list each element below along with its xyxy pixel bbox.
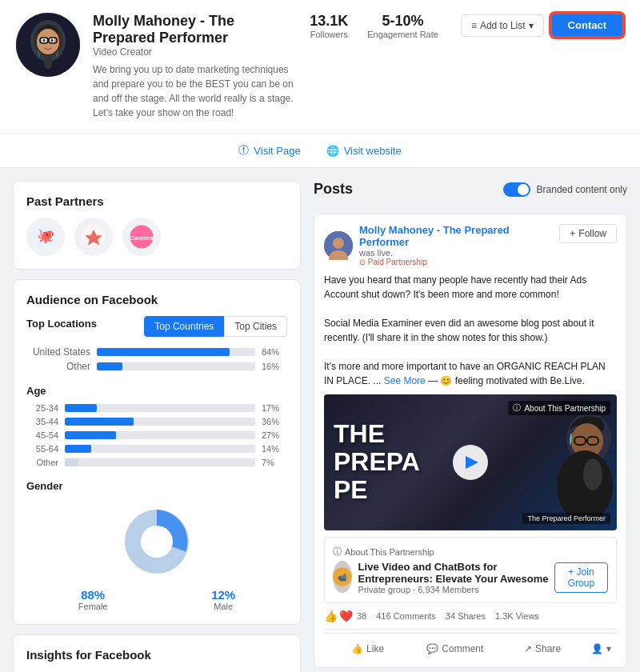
- group-avatar: 📹: [333, 561, 352, 593]
- post-1-status: was live.: [359, 248, 559, 258]
- svg-text:🐙: 🐙: [37, 227, 55, 245]
- age-row-other: Other 7%: [26, 458, 287, 467]
- post-1-text: Have you heard that many people have rec…: [324, 273, 617, 388]
- nav-bar: ⓕ Visit Page 🌐 Visit website: [0, 134, 640, 168]
- profile-dropdown[interactable]: 👤 ▾: [586, 640, 617, 658]
- insights-title: Insights for Facebook: [26, 648, 287, 662]
- audience-title: Audience on Facebook: [26, 293, 287, 306]
- partner-logo-2: [74, 218, 113, 256]
- svg-point-11: [44, 56, 52, 69]
- age-label-25: 25-34: [26, 403, 58, 413]
- svg-point-19: [141, 526, 173, 558]
- globe-icon: 🌐: [326, 145, 339, 157]
- gender-title: Gender: [26, 480, 287, 492]
- age-row-25: 25-34 17%: [26, 403, 287, 413]
- age-label-55: 55-64: [26, 444, 58, 454]
- male-label: Male: [211, 602, 235, 611]
- image-text: THE PREPA PE: [334, 420, 420, 505]
- visit-page-link[interactable]: ⓕ Visit Page: [238, 143, 300, 158]
- other-label: Other: [26, 361, 90, 372]
- age-fill-55: [65, 445, 91, 453]
- followers-stat: 13.1K Followers: [310, 13, 348, 39]
- branded-label: Branded content only: [537, 184, 627, 195]
- male-stat: 12% Male: [211, 588, 235, 611]
- shares-count: 34 Shares: [446, 611, 486, 621]
- toggle-switch[interactable]: [503, 182, 530, 197]
- share-button[interactable]: ↗ Share: [498, 640, 586, 658]
- play-icon: [466, 456, 478, 469]
- like-icon: 👍: [351, 643, 363, 654]
- header-actions: ≡ Add to List ▾ Contact: [461, 13, 624, 38]
- list-icon: ≡: [471, 20, 477, 31]
- age-fill-35: [65, 418, 134, 426]
- main-content: Past Partners 🐙: [0, 168, 640, 672]
- svg-text:📹: 📹: [338, 573, 347, 582]
- post-1-author: Molly Mahoney - The Prepared Performer w…: [324, 224, 559, 266]
- group-info: 📹 Live Video and ChatBots for Entreprene…: [333, 561, 554, 594]
- bar-row-usa: United States 84%: [26, 346, 287, 358]
- followers-value: 13.1K: [310, 13, 348, 30]
- visit-website-link[interactable]: 🌐 Visit website: [326, 143, 402, 158]
- engagement-stat: 5-10% Engagement Rate: [367, 13, 438, 39]
- age-track-35: [65, 418, 255, 426]
- info-icon-2: ⓘ: [333, 546, 342, 558]
- age-row-45: 45-54 27%: [26, 430, 287, 440]
- age-track-25: [65, 404, 255, 412]
- tab-countries-button[interactable]: Top Countries: [144, 316, 224, 337]
- right-panel: Posts Branded content only: [314, 181, 627, 672]
- follow-label: Follow: [578, 228, 606, 239]
- person-icon: +: [570, 228, 575, 239]
- age-pct-25: 17%: [262, 403, 287, 413]
- post-1-image: THE PREPA PE: [324, 394, 617, 530]
- branded-toggle[interactable]: Branded content only: [503, 182, 627, 197]
- play-button[interactable]: [453, 445, 488, 480]
- add-to-list-button[interactable]: ≡ Add to List ▾: [461, 14, 544, 37]
- post-1-author-name[interactable]: Molly Mahoney - The Prepared Performer: [359, 224, 559, 248]
- like-label: Like: [366, 643, 384, 654]
- top-locations-label: Top Locations: [26, 318, 97, 330]
- usa-track: [97, 348, 255, 356]
- age-pct-35: 36%: [262, 417, 287, 426]
- age-fill-other: [65, 458, 78, 466]
- profile-icon: 👤: [591, 643, 603, 654]
- gender-section: Gender 88% Female: [26, 480, 287, 611]
- post-actions: 👍 Like 💬 Comment ↗ Share 👤 ▾: [324, 633, 617, 658]
- paid-partnership-label: Paid Partnership: [368, 258, 427, 266]
- comment-button[interactable]: 💬 Comment: [411, 640, 498, 658]
- visit-website-label: Visit website: [344, 145, 402, 157]
- partner-logo-3: Camera: [122, 218, 161, 256]
- follow-button[interactable]: + Follow: [559, 224, 617, 243]
- post-1-was-live: was live.: [359, 248, 393, 258]
- views-count: 1.3K Views: [495, 611, 539, 621]
- comment-icon: 💬: [426, 643, 438, 654]
- influencer-info: Molly Mahoney - The Prepared Performer V…: [93, 13, 297, 120]
- influencer-role: Video Creator: [93, 46, 297, 58]
- group-card: ⓘ About This Partnership 📹 Live: [324, 537, 617, 603]
- post-stats: 👍❤️ 38 416 Comments 34 Shares 1.3K Views: [324, 610, 617, 622]
- see-more-link[interactable]: See More: [384, 375, 426, 386]
- like-button[interactable]: 👍 Like: [324, 640, 411, 658]
- post-text-2: Social Media Examiner even did an awesom…: [324, 318, 594, 343]
- post-card-1: Molly Mahoney - The Prepared Performer w…: [314, 214, 627, 668]
- post-text-1: Have you heard that many people have rec…: [324, 274, 586, 300]
- facebook-icon: ⓕ: [238, 143, 249, 158]
- female-stat: 88% Female: [78, 588, 108, 611]
- reaction-count: 38: [357, 611, 366, 621]
- other-track: [97, 362, 255, 370]
- age-pct-45: 27%: [262, 430, 287, 440]
- left-panel: Past Partners 🐙: [13, 181, 301, 672]
- chevron-down-icon: ▾: [529, 20, 534, 31]
- age-label-other: Other: [26, 458, 58, 467]
- female-pct: 88%: [78, 588, 108, 602]
- join-group-button[interactable]: + Join Group: [554, 562, 608, 593]
- female-label: Female: [78, 602, 108, 611]
- about-partnership-tag[interactable]: ⓘ About This Partnership: [508, 401, 610, 415]
- contact-button[interactable]: Contact: [550, 13, 624, 38]
- paid-partnership-badge: ⊙ Paid Partnership: [359, 258, 559, 266]
- svg-text:Camera: Camera: [130, 234, 154, 242]
- tab-cities-button[interactable]: Top Cities: [224, 316, 287, 337]
- pie-chart: [26, 502, 287, 582]
- image-line-2: PREPA: [334, 448, 420, 476]
- about-partnership-label-2: About This Partnership: [345, 547, 434, 557]
- image-line-1: THE: [334, 420, 420, 448]
